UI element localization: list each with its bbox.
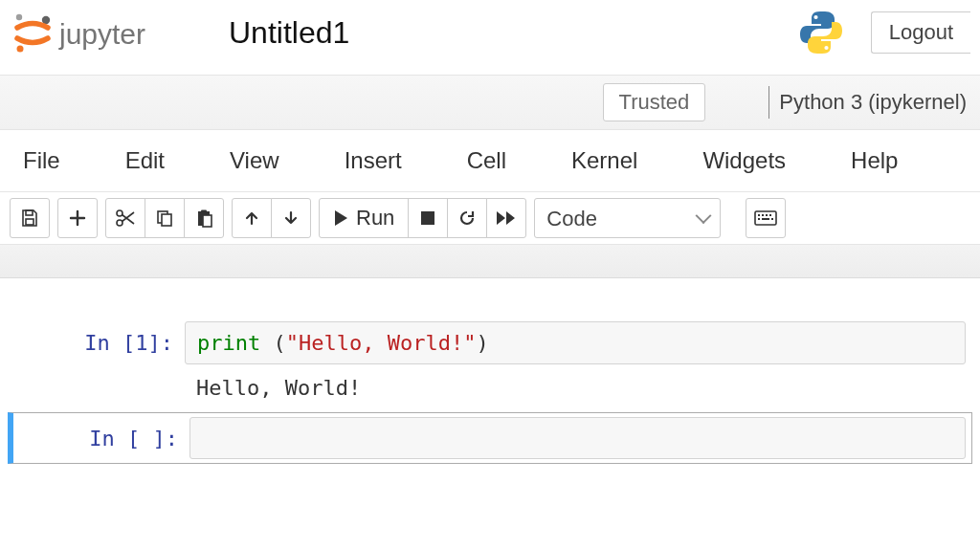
svg-rect-14	[203, 215, 212, 227]
svg-point-0	[16, 14, 22, 20]
move-down-button[interactable]	[271, 198, 311, 238]
arrow-down-icon	[282, 209, 300, 227]
menu-widgets[interactable]: Widgets	[702, 147, 786, 174]
notebook-header: jupyter Untitled1 Logout	[0, 0, 980, 75]
svg-point-2	[17, 46, 24, 53]
jupyter-logo[interactable]: jupyter	[11, 11, 179, 54]
restart-icon	[457, 209, 477, 228]
code-input[interactable]: print ("Hello, World!")	[185, 321, 966, 364]
svg-rect-18	[762, 214, 764, 216]
code-cell-selected[interactable]: In [ ]:	[8, 412, 972, 464]
svg-point-5	[824, 46, 828, 50]
notebook-area: In [1]: print ("Hello, World!") Hello, W…	[0, 278, 980, 487]
logout-button[interactable]: Logout	[871, 11, 970, 54]
cell-type-select[interactable]: Code	[534, 198, 721, 238]
svg-rect-20	[769, 214, 771, 216]
svg-rect-11	[162, 214, 171, 226]
svg-rect-19	[766, 214, 768, 216]
svg-rect-21	[758, 218, 760, 220]
menu-cell[interactable]: Cell	[467, 147, 506, 174]
menu-view[interactable]: View	[230, 147, 279, 174]
notebook-name[interactable]: Untitled1	[229, 15, 349, 51]
trusted-badge[interactable]: Trusted	[603, 83, 706, 121]
cut-button[interactable]	[105, 198, 145, 238]
code-cell[interactable]: In [1]: print ("Hello, World!") Hello, W…	[8, 317, 972, 408]
arrow-up-icon	[243, 209, 260, 227]
svg-rect-15	[421, 211, 434, 225]
svg-rect-17	[758, 214, 760, 216]
kernel-info-bar: Trusted Python 3 (ipykernel)	[0, 75, 980, 130]
menu-edit[interactable]: Edit	[125, 147, 165, 174]
menu-insert[interactable]: Insert	[345, 147, 402, 174]
fast-forward-icon	[496, 210, 517, 226]
cell-output: Hello, World!	[185, 364, 966, 404]
interrupt-button[interactable]	[408, 198, 448, 238]
run-group: Run	[319, 198, 526, 238]
input-prompt: In [ ]:	[13, 417, 189, 459]
run-label: Run	[356, 206, 394, 231]
copy-icon	[155, 209, 174, 228]
svg-rect-13	[201, 210, 207, 213]
svg-rect-7	[26, 219, 33, 225]
python-logo-icon	[796, 8, 846, 57]
play-icon	[333, 209, 348, 227]
menu-kernel[interactable]: Kernel	[571, 147, 637, 174]
restart-button[interactable]	[447, 198, 487, 238]
separator	[768, 86, 769, 119]
restart-run-all-button[interactable]	[486, 198, 526, 238]
save-button[interactable]	[10, 198, 50, 238]
save-icon	[20, 209, 39, 228]
scissors-icon	[115, 209, 136, 228]
copy-button[interactable]	[145, 198, 185, 238]
kernel-name[interactable]: Python 3 (ipykernel)	[779, 90, 967, 115]
move-group	[232, 198, 311, 238]
svg-text:jupyter: jupyter	[58, 18, 145, 50]
menu-help[interactable]: Help	[851, 147, 898, 174]
command-palette-button[interactable]	[746, 198, 786, 238]
menu-bar: File Edit View Insert Cell Kernel Widget…	[0, 130, 980, 191]
keyboard-icon	[754, 210, 777, 226]
svg-rect-6	[26, 210, 33, 215]
svg-point-4	[813, 15, 817, 19]
input-prompt: In [1]:	[9, 321, 185, 404]
toolbar: Run Code	[0, 191, 980, 244]
svg-rect-23	[771, 218, 773, 220]
run-button[interactable]: Run	[319, 198, 409, 238]
plus-icon	[68, 209, 87, 228]
paste-icon	[194, 209, 213, 228]
cut-copy-paste-group	[105, 198, 224, 238]
paste-button[interactable]	[184, 198, 224, 238]
stop-icon	[420, 210, 435, 226]
cell-type-select-wrap: Code	[534, 198, 721, 238]
move-up-button[interactable]	[232, 198, 272, 238]
svg-rect-22	[762, 218, 769, 220]
toolbar-divider	[0, 244, 980, 278]
insert-cell-below-button[interactable]	[57, 198, 98, 238]
menu-file[interactable]: File	[23, 147, 60, 174]
code-input[interactable]	[189, 417, 966, 459]
